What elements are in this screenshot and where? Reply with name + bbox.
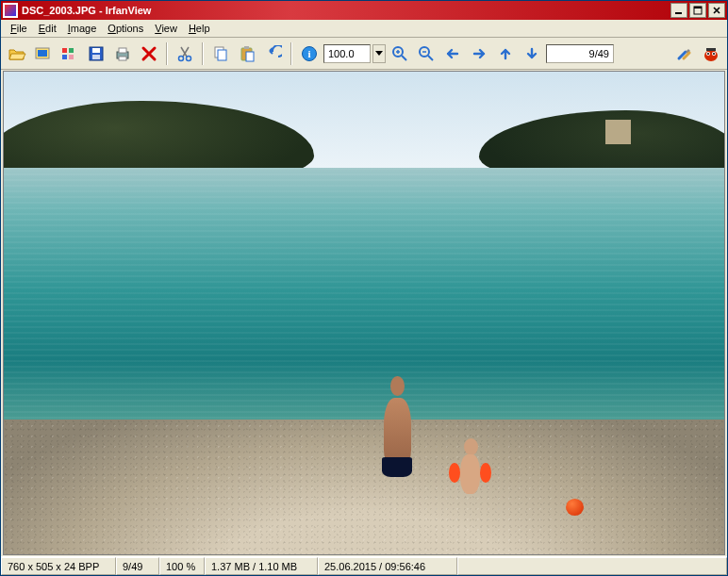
- dir-down-button[interactable]: [520, 41, 544, 66]
- thumbnails-button[interactable]: [58, 41, 82, 66]
- delete-button[interactable]: [137, 41, 161, 66]
- app-icon: [3, 3, 18, 18]
- svg-rect-18: [218, 50, 226, 60]
- svg-point-30: [713, 53, 715, 55]
- svg-point-26: [704, 50, 718, 61]
- displayed-image: [4, 72, 724, 554]
- status-spacer: [457, 557, 727, 575]
- dir-up-button[interactable]: [493, 41, 518, 66]
- print-button[interactable]: [110, 41, 135, 66]
- svg-point-15: [179, 56, 184, 60]
- menu-image[interactable]: Image: [62, 22, 103, 35]
- cut-button[interactable]: [173, 41, 197, 66]
- app-window: DSC_2003.JPG - IrfanView File Edit Image…: [0, 0, 728, 576]
- zoom-in-button[interactable]: [388, 41, 412, 66]
- svg-rect-14: [119, 57, 126, 60]
- status-datetime: 25.06.2015 / 09:56:46: [318, 557, 457, 575]
- svg-rect-5: [62, 48, 67, 53]
- page-index-input[interactable]: [546, 44, 614, 63]
- settings-button[interactable]: [672, 41, 697, 66]
- toolbar: i: [1, 38, 727, 70]
- toolbar-separator: [290, 42, 292, 65]
- window-title: DSC_2003.JPG - IrfanView: [22, 5, 669, 16]
- status-size: 1.37 MB / 1.10 MB: [205, 557, 318, 575]
- toolbar-separator: [166, 42, 168, 65]
- svg-rect-10: [92, 48, 100, 53]
- menu-help[interactable]: Help: [183, 22, 216, 35]
- open-button[interactable]: [5, 41, 29, 66]
- status-bar: 760 x 505 x 24 BPP 9/49 100 % 1.37 MB / …: [1, 556, 727, 575]
- svg-rect-31: [706, 48, 716, 51]
- save-button[interactable]: [84, 41, 108, 66]
- svg-point-29: [707, 53, 709, 55]
- undo-button[interactable]: [261, 41, 286, 66]
- image-viewport[interactable]: [3, 71, 725, 555]
- menu-options[interactable]: Options: [102, 22, 149, 35]
- mascot-button[interactable]: [699, 41, 723, 66]
- svg-rect-20: [244, 46, 249, 49]
- zoom-input[interactable]: [323, 44, 371, 63]
- status-index: 9/49: [116, 557, 159, 575]
- next-button[interactable]: [467, 41, 491, 66]
- prev-button[interactable]: [440, 41, 465, 66]
- info-button[interactable]: i: [297, 41, 322, 66]
- menu-bar: File Edit Image Options View Help: [1, 20, 727, 38]
- status-dimensions: 760 x 505 x 24 BPP: [1, 557, 116, 575]
- menu-file[interactable]: File: [5, 22, 33, 35]
- svg-rect-8: [69, 55, 74, 59]
- zoom-out-button[interactable]: [414, 41, 438, 66]
- title-bar[interactable]: DSC_2003.JPG - IrfanView: [1, 1, 727, 20]
- svg-rect-2: [694, 7, 702, 8]
- menu-edit[interactable]: Edit: [33, 22, 62, 35]
- slideshow-button[interactable]: [31, 41, 56, 66]
- maximize-button[interactable]: [689, 3, 706, 18]
- status-zoom: 100 %: [159, 557, 205, 575]
- svg-rect-21: [246, 52, 254, 61]
- minimize-button[interactable]: [670, 3, 687, 18]
- copy-button[interactable]: [208, 41, 233, 66]
- svg-rect-0: [675, 12, 682, 14]
- svg-point-16: [187, 56, 191, 60]
- close-button[interactable]: [708, 3, 725, 18]
- paste-button[interactable]: [235, 41, 259, 66]
- svg-rect-6: [69, 48, 74, 53]
- toolbar-separator: [202, 42, 204, 65]
- svg-rect-11: [92, 55, 100, 59]
- svg-rect-7: [62, 55, 67, 59]
- svg-rect-13: [119, 48, 126, 53]
- svg-text:i: i: [307, 48, 310, 59]
- svg-rect-4: [38, 50, 47, 57]
- menu-view[interactable]: View: [149, 22, 183, 35]
- zoom-dropdown[interactable]: [372, 44, 386, 63]
